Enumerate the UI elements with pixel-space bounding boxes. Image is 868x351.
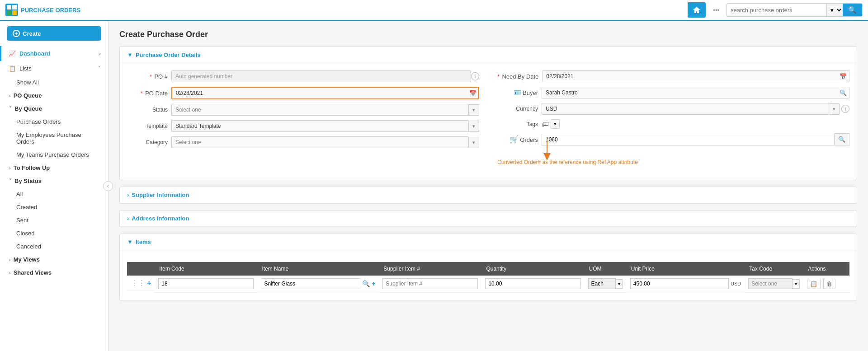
add-item-button[interactable]: + xyxy=(147,279,151,287)
sidebar-po-queue[interactable]: › PO Queue xyxy=(0,89,108,102)
sidebar-purchase-orders[interactable]: Purchase Orders xyxy=(0,115,108,128)
sidebar-by-status[interactable]: ˅ By Status xyxy=(0,174,108,187)
col-quantity: Quantity xyxy=(481,262,584,276)
row-actions-cell: 📋 🗑 xyxy=(803,276,849,292)
sidebar-status-closed[interactable]: Closed xyxy=(0,227,108,240)
uom-select[interactable]: Each xyxy=(588,278,616,289)
orders-label: 🛒 Orders xyxy=(497,135,538,144)
uom-select-arrow[interactable]: ▾ xyxy=(616,279,623,289)
calendar-icon[interactable]: 📅 xyxy=(469,90,476,97)
delete-row-button[interactable]: 🗑 xyxy=(823,279,835,289)
item-code-input[interactable] xyxy=(158,278,254,289)
orders-search-button[interactable]: 🔍 xyxy=(835,133,849,145)
status-select-arrow[interactable]: ▾ xyxy=(469,104,479,116)
template-select[interactable]: Standard Template xyxy=(171,120,469,132)
item-name-search-button[interactable]: 🔍 xyxy=(362,280,370,287)
create-button[interactable]: + Create xyxy=(7,26,101,41)
by-queue-label: By Queue xyxy=(14,105,42,112)
uom-select-wrap: Each ▾ xyxy=(588,278,623,289)
currency-info-icon[interactable]: i xyxy=(841,105,849,113)
sidebar-wrap: + Create 📈 Dashboard › 📋 Lists ˅ Show Al… xyxy=(0,21,108,351)
status-select[interactable]: Select one xyxy=(171,104,469,116)
category-select-arrow[interactable]: ▾ xyxy=(469,137,479,148)
sidebar-shared-views[interactable]: › Shared Views xyxy=(0,266,108,279)
home-button[interactable] xyxy=(688,2,706,18)
sidebar-lists-label: Lists xyxy=(19,65,32,72)
orders-input[interactable] xyxy=(542,134,835,145)
need-by-date-input[interactable] xyxy=(542,70,849,82)
dots-icon: ••• xyxy=(713,7,719,14)
sidebar-my-employees-po[interactable]: My Employees Purchase Orders xyxy=(0,128,108,148)
search-type-dropdown[interactable]: ▾ xyxy=(826,4,843,16)
need-by-date-label: * Need By Date xyxy=(497,73,538,80)
items-label: Items xyxy=(136,239,151,245)
need-by-date-calendar-icon[interactable]: 📅 xyxy=(840,73,847,80)
sidebar-my-teams-po[interactable]: My Teams Purchase Orders xyxy=(0,148,108,161)
annotation-text: Converted Order# as the reference using … xyxy=(497,159,638,165)
po-number-input-wrap: i xyxy=(171,70,479,82)
po-number-info-icon[interactable]: i xyxy=(471,72,479,80)
buyer-input[interactable] xyxy=(542,87,849,98)
sidebar-status-sent[interactable]: Sent xyxy=(0,214,108,227)
unit-price-input[interactable] xyxy=(630,278,729,289)
po-details-body: * PO # i * PO Date xyxy=(120,63,857,180)
po-details-left: * PO # i * PO Date xyxy=(127,70,479,173)
more-options-button[interactable]: ••• xyxy=(710,7,722,14)
sidebar-status-canceled[interactable]: Canceled xyxy=(0,240,108,253)
po-date-input[interactable] xyxy=(171,87,479,99)
by-status-label: By Status xyxy=(14,178,42,184)
content-area: Create Purchase Order ▼ Purchase Order D… xyxy=(108,21,868,351)
supplier-item-input[interactable] xyxy=(382,278,478,289)
supplier-info-header[interactable]: › Supplier Information xyxy=(120,187,857,203)
currency-select[interactable]: USD xyxy=(542,103,829,115)
sidebar-by-queue[interactable]: ˅ By Queue xyxy=(0,102,108,115)
sidebar-my-views[interactable]: › My Views xyxy=(0,253,108,266)
currency-select-wrap: USD ▾ i xyxy=(542,103,849,115)
sidebar-show-all[interactable]: Show All xyxy=(0,76,108,89)
item-name-input[interactable] xyxy=(261,278,360,289)
sidebar-status-all[interactable]: All xyxy=(0,187,108,201)
po-details-header[interactable]: ▼ Purchase Order Details xyxy=(120,47,857,63)
address-info-label: Address Information xyxy=(132,215,189,222)
sidebar-collapse-button[interactable]: ‹ xyxy=(103,181,113,191)
search-input[interactable] xyxy=(727,5,826,16)
status-closed-label: Closed xyxy=(16,230,34,237)
po-number-input xyxy=(171,70,471,82)
orders-input-wrap: 🔍 xyxy=(542,133,849,145)
chevron-down-icon: ˅ xyxy=(9,178,12,184)
sidebar-item-lists[interactable]: 📋 Lists ˅ xyxy=(0,61,108,76)
row-tax-code-cell: Select one ▾ xyxy=(745,276,803,292)
quantity-input[interactable] xyxy=(485,278,580,289)
tags-dropdown[interactable]: ▾ xyxy=(551,119,560,129)
item-name-add-button[interactable]: + xyxy=(372,280,375,287)
buyer-search-icon[interactable]: 🔍 xyxy=(840,89,847,96)
tax-code-select[interactable]: Select one xyxy=(748,278,793,289)
need-by-date-row: * Need By Date 📅 xyxy=(497,70,849,82)
orders-icon: 🛒 xyxy=(509,136,519,143)
buyer-row: 🪪 Buyer 🔍 xyxy=(497,87,849,98)
tax-code-select-arrow[interactable]: ▾ xyxy=(793,279,800,289)
items-header[interactable]: ▼ Items xyxy=(120,234,857,250)
po-queue-label: PO Queue xyxy=(14,92,42,99)
search-button[interactable]: 🔍 xyxy=(843,4,862,16)
sidebar-to-follow-up[interactable]: › To Follow Up xyxy=(0,161,108,174)
supplier-info-label: Supplier Information xyxy=(132,192,189,198)
show-all-label: Show All xyxy=(16,79,39,86)
my-views-label: My Views xyxy=(14,256,40,263)
lists-icon: 📋 xyxy=(9,65,16,72)
template-select-arrow[interactable]: ▾ xyxy=(469,121,479,132)
copy-row-button[interactable]: 📋 xyxy=(807,279,821,289)
category-select[interactable]: Select one xyxy=(171,136,469,148)
sidebar-status-created[interactable]: Created xyxy=(0,201,108,214)
create-label: Create xyxy=(23,30,41,37)
status-canceled-label: Canceled xyxy=(16,243,41,250)
need-by-date-input-wrap: 📅 xyxy=(542,70,849,82)
table-row: ⋮⋮ + 🔍 + xyxy=(127,276,849,292)
address-info-header[interactable]: › Address Information xyxy=(120,211,857,227)
po-date-input-wrap: 📅 xyxy=(171,87,479,99)
sidebar-item-dashboard[interactable]: 📈 Dashboard › xyxy=(0,46,108,61)
drag-handle[interactable]: ⋮⋮ xyxy=(131,279,145,287)
topbar: PURCHASE ORDERS ••• ▾ 🔍 xyxy=(0,0,868,21)
row-supplier-item-cell xyxy=(379,276,481,292)
currency-select-arrow[interactable]: ▾ xyxy=(829,103,840,115)
